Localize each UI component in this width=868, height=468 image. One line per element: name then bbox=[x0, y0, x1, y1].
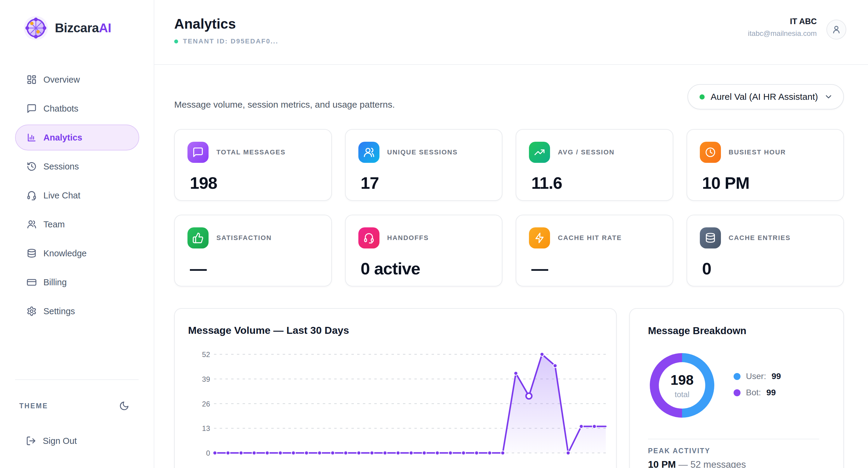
stat-label: CACHE ENTRIES bbox=[729, 234, 791, 242]
sidebar-item-knowledge[interactable]: Knowledge bbox=[15, 240, 139, 266]
svg-text:13: 13 bbox=[202, 424, 210, 432]
stat-value: 10 PM bbox=[700, 173, 831, 193]
stat-label: AVG / SESSION bbox=[558, 148, 615, 156]
sidebar-item-settings[interactable]: Settings bbox=[15, 298, 139, 324]
sign-out-label: Sign Out bbox=[43, 436, 77, 446]
page-subtitle: Message volume, session metrics, and usa… bbox=[174, 99, 395, 110]
theme-toggle-button[interactable] bbox=[116, 398, 133, 414]
headset-icon bbox=[27, 190, 37, 201]
bot-status-dot bbox=[700, 94, 705, 99]
brand-logo-icon bbox=[24, 16, 48, 40]
history-icon bbox=[27, 161, 37, 172]
trending-up-icon bbox=[529, 142, 550, 163]
tenant-status-dot bbox=[174, 39, 178, 43]
stat-card-cache-entries: CACHE ENTRIES 0 bbox=[687, 215, 844, 287]
brand-logo: BizcaraAI bbox=[24, 16, 111, 40]
user-icon bbox=[831, 24, 841, 35]
stat-value: 0 active bbox=[358, 259, 490, 278]
user-info: IT ABC itabc@mailnesia.com bbox=[748, 17, 817, 38]
stat-value: — bbox=[187, 259, 318, 278]
sidebar-item-billing[interactable]: Billing bbox=[15, 269, 139, 295]
credit-card-icon bbox=[27, 277, 37, 287]
stat-value: 11.6 bbox=[529, 173, 660, 193]
peak-activity-heading: PEAK ACTIVITY bbox=[648, 447, 710, 455]
zap-icon bbox=[529, 227, 550, 248]
svg-text:0: 0 bbox=[206, 449, 210, 457]
sidebar-nav: Overview Chatbots Analytics Sessions Liv… bbox=[0, 67, 154, 327]
stat-card-avg-session: AVG / SESSION 11.6 bbox=[516, 129, 673, 201]
line-chart: 523926130 bbox=[175, 309, 617, 468]
moon-icon bbox=[119, 401, 129, 411]
sidebar-item-live-chat[interactable]: Live Chat bbox=[15, 182, 139, 208]
donut-total-label: total bbox=[675, 390, 689, 399]
stat-value: 198 bbox=[187, 173, 318, 193]
sidebar-item-label: Team bbox=[43, 220, 65, 230]
clock-icon bbox=[700, 142, 721, 163]
stat-value: 17 bbox=[358, 173, 490, 193]
sidebar-item-label: Chatbots bbox=[43, 104, 79, 114]
brand-name: BizcaraAI bbox=[55, 21, 111, 35]
main-content: Message volume, session metrics, and usa… bbox=[154, 65, 868, 468]
stats-grid: TOTAL MESSAGES 198 UNIQUE SESSIONS 17 AV… bbox=[174, 129, 844, 287]
users-icon bbox=[27, 219, 37, 230]
breakdown-title: Message Breakdown bbox=[648, 325, 746, 337]
message-volume-chart-card: Message Volume — Last 30 Days 523926130 bbox=[174, 308, 617, 468]
legend-item-user: User 99 bbox=[734, 372, 781, 381]
donut-center: 198 total bbox=[650, 353, 714, 418]
sidebar-item-label: Overview bbox=[43, 75, 80, 85]
legend-item-bot: Bot 99 bbox=[734, 388, 781, 398]
theme-row: THEME bbox=[19, 397, 133, 415]
stat-card-total-messages: TOTAL MESSAGES 198 bbox=[174, 129, 332, 201]
thumbs-up-icon bbox=[187, 227, 209, 248]
peak-activity-value: 10 PM — 52 messages bbox=[648, 459, 746, 468]
sidebar-item-team[interactable]: Team bbox=[15, 211, 139, 237]
users-round-icon bbox=[358, 142, 379, 163]
message-breakdown-card: Message Breakdown 198 total User 99 Bot … bbox=[629, 308, 844, 468]
sidebar-item-sessions[interactable]: Sessions bbox=[15, 153, 139, 179]
charts-row: Message Volume — Last 30 Days 523926130 … bbox=[174, 308, 844, 468]
stat-card-cache-hit-rate: CACHE HIT RATE — bbox=[516, 215, 673, 287]
database-icon bbox=[27, 248, 37, 258]
donut-total: 198 bbox=[671, 372, 694, 388]
stat-card-unique-sessions: UNIQUE SESSIONS 17 bbox=[345, 129, 503, 201]
sidebar: BizcaraAI Overview Chatbots Analytics Se… bbox=[0, 0, 154, 468]
stat-value: — bbox=[529, 259, 660, 278]
stat-label: CACHE HIT RATE bbox=[558, 234, 622, 242]
stat-card-handoffs: HANDOFFS 0 active bbox=[345, 215, 503, 287]
sidebar-item-label: Knowledge bbox=[43, 248, 87, 258]
sidebar-item-label: Sessions bbox=[43, 162, 79, 172]
log-out-icon bbox=[26, 436, 36, 446]
stat-value: 0 bbox=[700, 259, 831, 278]
stat-label: SATISFACTION bbox=[216, 234, 272, 242]
database-icon bbox=[700, 227, 721, 248]
stat-label: TOTAL MESSAGES bbox=[216, 148, 286, 156]
svg-text:26: 26 bbox=[202, 400, 210, 408]
svg-text:39: 39 bbox=[202, 375, 210, 383]
stat-card-busiest-hour: BUSIEST HOUR 10 PM bbox=[687, 129, 844, 201]
page-header: Analytics TENANT ID: D95EDAF0... IT ABC … bbox=[154, 0, 868, 65]
svg-text:52: 52 bbox=[202, 350, 210, 358]
bot-selector-value: Aurel Val (AI HR Assistant) bbox=[711, 92, 818, 102]
sign-out-button[interactable]: Sign Out bbox=[15, 428, 139, 454]
sidebar-item-overview[interactable]: Overview bbox=[15, 67, 139, 93]
legend-dot-bot bbox=[734, 389, 741, 396]
dashboard-icon bbox=[27, 75, 37, 85]
message-square-icon bbox=[187, 142, 209, 163]
sidebar-item-label: Billing bbox=[43, 277, 67, 287]
user-email: itabc@mailnesia.com bbox=[748, 29, 817, 38]
user-name: IT ABC bbox=[748, 17, 817, 26]
sidebar-item-chatbots[interactable]: Chatbots bbox=[15, 96, 139, 121]
sidebar-item-analytics[interactable]: Analytics bbox=[15, 124, 139, 150]
chat-bubble-icon bbox=[27, 104, 37, 114]
tenant-id-label: TENANT ID: D95EDAF0... bbox=[183, 37, 278, 45]
headset-icon bbox=[358, 227, 379, 248]
stat-label: HANDOFFS bbox=[387, 234, 429, 242]
tenant-status: TENANT ID: D95EDAF0... bbox=[174, 37, 278, 45]
stat-label: BUSIEST HOUR bbox=[729, 148, 786, 156]
chevron-down-icon bbox=[824, 92, 833, 101]
gear-icon bbox=[27, 306, 37, 316]
sidebar-divider bbox=[15, 379, 138, 380]
bot-selector-dropdown[interactable]: Aurel Val (AI HR Assistant) bbox=[687, 84, 844, 110]
page-title: Analytics bbox=[174, 16, 236, 32]
avatar[interactable] bbox=[827, 20, 846, 39]
